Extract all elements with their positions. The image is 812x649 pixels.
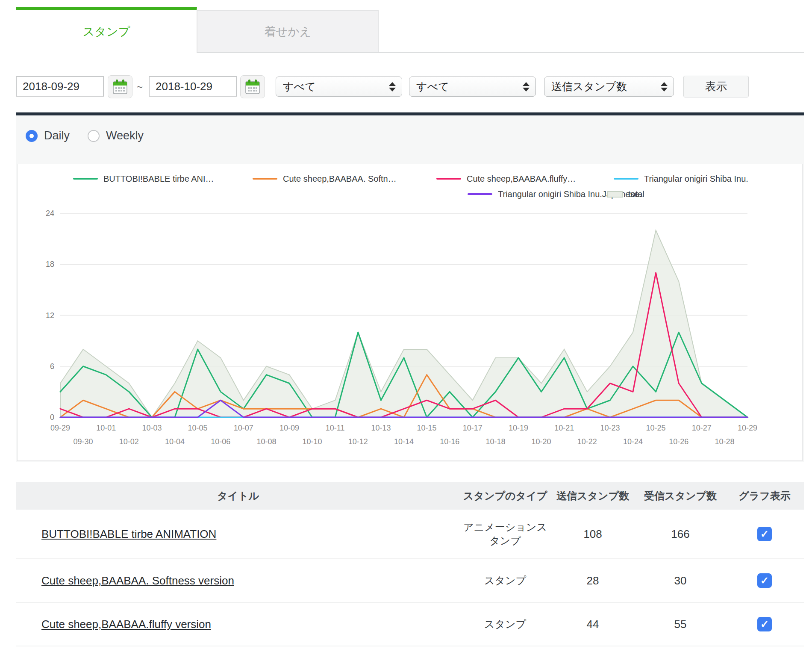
svg-text:10-13: 10-13 (371, 424, 391, 432)
chart-card: BUTTOBI!BABLE tirbe ANI…Cute sheep,BAABA… (17, 164, 803, 461)
svg-text:10-11: 10-11 (326, 424, 345, 432)
calendar-from-button[interactable] (108, 75, 132, 98)
svg-text:10-25: 10-25 (646, 424, 666, 432)
title-cell: Cute sheep,BAABAA.fluffy version (16, 618, 460, 631)
date-from-input[interactable] (16, 76, 104, 97)
legend-label: Cute sheep,BAABAA.fluffy… (467, 174, 576, 184)
svg-text:10-10: 10-10 (303, 437, 322, 446)
svg-text:10-26: 10-26 (669, 437, 688, 446)
tab-theme[interactable]: 着せかえ (197, 10, 379, 53)
legend-label: Cute sheep,BAABAA. Softn… (283, 174, 397, 184)
select-arrows-icon (661, 82, 668, 91)
date-to-input[interactable] (149, 76, 237, 97)
legend-swatch (607, 191, 623, 198)
line-chart: 0612182409-2909-3010-0110-0210-0310-0410… (18, 202, 802, 458)
svg-text:10-15: 10-15 (417, 424, 437, 432)
svg-text:10-04: 10-04 (165, 437, 185, 446)
svg-text:10-23: 10-23 (600, 424, 620, 432)
type-filter-select[interactable]: すべて (276, 77, 402, 97)
graph-checkbox[interactable]: ✓ (757, 573, 772, 588)
column-header-type: スタンプのタイプ (460, 489, 550, 503)
type-cell: スタンプ (460, 617, 550, 631)
received-count-cell: 166 (635, 528, 725, 541)
svg-text:10-27: 10-27 (692, 424, 712, 432)
chart-legend-row-2: Triangular onigiri Shiba Inu.Japanese.to… (18, 186, 802, 202)
tab-stamp[interactable]: スタンプ (16, 7, 197, 53)
graph-cell: ✓ (725, 617, 804, 631)
legend-swatch (614, 178, 638, 180)
legend-item: total (607, 186, 644, 202)
date-range-separator: ~ (137, 81, 143, 93)
svg-text:10-02: 10-02 (119, 437, 139, 446)
type-filter-value: すべて (283, 80, 389, 94)
svg-text:10-08: 10-08 (256, 437, 276, 446)
svg-text:10-29: 10-29 (738, 424, 757, 432)
svg-text:12: 12 (46, 311, 54, 320)
daily-radio[interactable]: Daily (26, 129, 70, 142)
select-arrows-icon (523, 82, 530, 91)
radio-unselected-icon (88, 130, 100, 142)
weekly-radio-label: Weekly (106, 129, 144, 142)
section-divider (16, 112, 804, 115)
graph-checkbox[interactable]: ✓ (757, 617, 772, 631)
legend-swatch (253, 178, 277, 180)
legend-item: Triangular onigiri Shiba Inu. (614, 171, 748, 186)
svg-text:10-22: 10-22 (577, 437, 597, 446)
item-filter-select[interactable]: すべて (409, 77, 536, 97)
svg-text:10-06: 10-06 (211, 437, 230, 446)
check-icon: ✓ (760, 528, 769, 540)
svg-text:10-01: 10-01 (96, 424, 116, 432)
type-cell: スタンプ (460, 574, 550, 587)
received-count-cell: 55 (635, 618, 725, 631)
svg-text:10-05: 10-05 (188, 424, 208, 432)
svg-text:10-07: 10-07 (234, 424, 253, 432)
graph-checkbox[interactable]: ✓ (757, 527, 772, 541)
item-filter-value: すべて (416, 80, 523, 94)
check-icon: ✓ (760, 618, 769, 630)
svg-text:10-09: 10-09 (279, 424, 299, 432)
table-row: Cute sheep,BAABAA.fluffy versionスタンプ4455… (16, 603, 804, 646)
chart-legend-row-1: BUTTOBI!BABLE tirbe ANI…Cute sheep,BAABA… (18, 171, 802, 186)
title-cell: BUTTOBI!BABLE tirbe ANIMATION (16, 528, 460, 541)
svg-text:24: 24 (46, 209, 54, 218)
daily-radio-label: Daily (44, 129, 70, 142)
svg-text:10-03: 10-03 (142, 424, 162, 432)
legend-item: BUTTOBI!BABLE tirbe ANI… (73, 171, 214, 186)
svg-text:6: 6 (50, 362, 54, 371)
tab-theme-label: 着せかえ (265, 24, 312, 39)
legend-label: Triangular onigiri Shiba Inu. (644, 174, 748, 184)
calendar-icon (245, 79, 260, 95)
table-body: BUTTOBI!BABLE tirbe ANIMATIONアニメーションスタンプ… (16, 510, 804, 646)
calendar-icon (112, 79, 128, 95)
select-arrows-icon (389, 82, 396, 91)
tab-stamp-label: スタンプ (83, 24, 130, 39)
weekly-radio[interactable]: Weekly (88, 129, 144, 142)
svg-text:10-18: 10-18 (485, 437, 505, 446)
legend-swatch (468, 193, 492, 195)
tab-underline (197, 52, 804, 53)
sticker-title-link[interactable]: BUTTOBI!BABLE tirbe ANIMATION (41, 528, 216, 540)
svg-text:09-29: 09-29 (50, 424, 70, 432)
show-button[interactable]: 表示 (683, 76, 749, 97)
column-header-graph: グラフ表示 (725, 489, 804, 503)
check-icon: ✓ (760, 575, 769, 587)
interval-toggle: Daily Weekly (26, 129, 144, 142)
table-header: タイトル スタンプのタイプ 送信スタンプ数 受信スタンプ数 グラフ表示 (16, 482, 804, 510)
column-header-sent: 送信スタンプ数 (550, 489, 635, 503)
sticker-title-link[interactable]: Cute sheep,BAABAA. Softness version (41, 574, 234, 587)
column-header-received: 受信スタンプ数 (635, 489, 725, 503)
metric-filter-select[interactable]: 送信スタンプ数 (544, 77, 674, 97)
svg-text:10-12: 10-12 (348, 437, 368, 446)
legend-swatch (436, 178, 461, 180)
column-header-title: タイトル (16, 489, 460, 503)
svg-text:10-21: 10-21 (554, 424, 574, 432)
svg-text:09-30: 09-30 (74, 437, 93, 446)
legend-item: Cute sheep,BAABAA. Softn… (253, 171, 397, 186)
legend-item: Cute sheep,BAABAA.fluffy… (436, 171, 576, 186)
title-cell: Cute sheep,BAABAA. Softness version (16, 574, 460, 587)
svg-text:10-24: 10-24 (623, 437, 643, 446)
calendar-to-button[interactable] (240, 75, 265, 98)
graph-cell: ✓ (725, 573, 804, 588)
sticker-title-link[interactable]: Cute sheep,BAABAA.fluffy version (41, 618, 211, 631)
legend-label: total (628, 189, 644, 199)
